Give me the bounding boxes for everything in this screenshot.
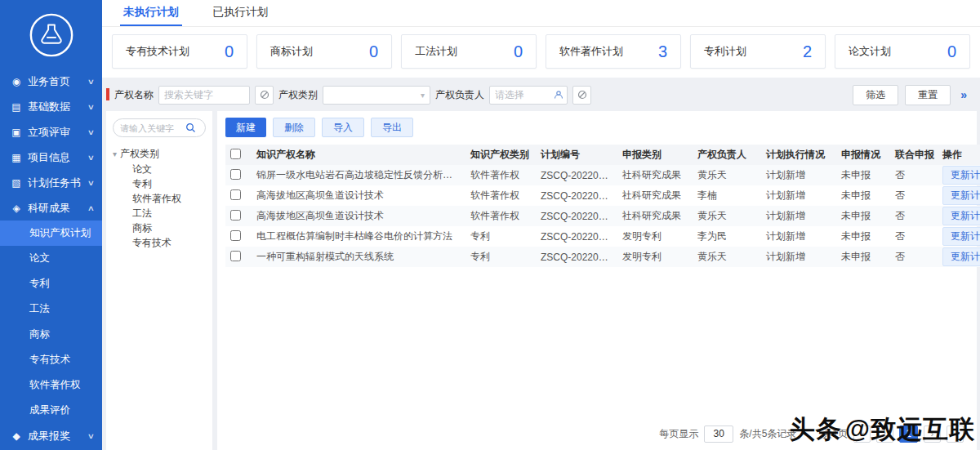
records-count-label: 条/共5条记录: [739, 427, 796, 441]
stat-label: 工法计划: [415, 44, 457, 59]
stat-card-software-copyright-plan[interactable]: 软件著作计划 3: [546, 34, 681, 69]
sidebar-item-project-review[interactable]: ▣ 立项评审 ∨: [0, 119, 102, 145]
table-header-row: 知识产权名称 知识产权类别 计划编号 申报类别 产权负责人 计划执行情况 申报情…: [225, 145, 980, 165]
select-all-checkbox[interactable]: [230, 149, 241, 159]
cell-exec-status: 计划新增: [761, 247, 836, 267]
sidebar-item-papers[interactable]: 论文: [0, 246, 102, 271]
stat-card-trademark-plan[interactable]: 商标计划 0: [256, 34, 392, 69]
tab-executed-plans[interactable]: 已执行计划: [210, 5, 272, 26]
column-header: 申报类别: [617, 145, 693, 165]
update-plan-button[interactable]: 更新计划: [942, 207, 980, 225]
sidebar-item-patents[interactable]: 专利: [0, 271, 102, 296]
cell-exec-status: 计划新增: [761, 226, 836, 247]
sidebar-item-software-copyright[interactable]: 软件著作权: [0, 372, 102, 398]
person-icon[interactable]: [554, 90, 564, 100]
update-plan-button[interactable]: 更新计划: [942, 186, 980, 205]
tree-item-proprietary-tech[interactable]: 专有技术: [113, 236, 206, 249]
cell-declare-type: 发明专利: [617, 226, 693, 247]
sidebar-item-construction-methods[interactable]: 工法: [0, 296, 102, 322]
cell-joint: 否: [890, 185, 938, 206]
stat-label: 专有技术计划: [126, 44, 189, 59]
cell-plan-no: ZSCQ-20220004: [536, 206, 617, 226]
ip-category-select[interactable]: ▾: [323, 86, 430, 105]
filter-button[interactable]: 筛选: [853, 85, 898, 105]
tree-expand-icon[interactable]: ▾: [113, 149, 117, 158]
sidebar-item-ip-plan[interactable]: 知识产权计划: [0, 221, 102, 246]
table-row: 一种可重构辐射模式的天线系统 专利 ZSCQ-20220009 发明专利 黄乐天…: [225, 247, 980, 267]
stat-card-paper-plan[interactable]: 论文计划 0: [835, 34, 970, 69]
main-nav: ◉ 业务首页 ∨ ▤ 基础数据 ∨ ▣ 立项评审 ∨ ▦ 项目信息 ∨ ▧ 计划: [0, 69, 102, 448]
research-submenu: 知识产权计划 论文 专利 工法 商标 专有技术 软件著作权 成果评价: [0, 221, 102, 423]
clear-name-icon-button[interactable]: [255, 86, 274, 105]
info-icon: ▦: [10, 152, 23, 163]
clear-owner-icon-button[interactable]: [572, 86, 591, 105]
sidebar-item-label: 科研成果: [28, 201, 70, 216]
row-checkbox[interactable]: [230, 251, 241, 261]
stat-card-proprietary-tech-plan[interactable]: 专有技术计划 0: [112, 34, 247, 69]
ip-name-input[interactable]: [158, 86, 250, 105]
export-button[interactable]: 导出: [371, 118, 413, 137]
sidebar-item-research-achievements[interactable]: ◈ 科研成果 ∧: [0, 195, 102, 221]
row-checkbox[interactable]: [230, 189, 241, 200]
table-row: 锦屏一级水电站岩石高边坡稳定性反馈分析与预警技术 软件著作权 ZSCQ-2022…: [225, 165, 980, 185]
sidebar-item-proprietary-tech[interactable]: 专有技术: [0, 347, 102, 372]
tree-item-software-copyright[interactable]: 软件著作权: [113, 192, 206, 205]
tree-item-trademarks[interactable]: 商标: [113, 221, 206, 234]
column-header: 计划编号: [536, 145, 617, 165]
tree-item-patents[interactable]: 专利: [113, 177, 206, 190]
tab-bar: 未执行计划 已执行计划: [102, 0, 980, 27]
sidebar-item-base-data[interactable]: ▤ 基础数据 ∨: [0, 94, 102, 119]
sidebar-item-plan-task[interactable]: ▧ 计划任务书 ∨: [0, 170, 102, 195]
cell-declare-type: 社科研究成果: [617, 185, 693, 206]
cell-category: 软件著作权: [466, 206, 536, 226]
database-icon: ▤: [10, 101, 23, 113]
sidebar-item-achievement-evaluation[interactable]: 成果评价: [0, 398, 102, 423]
cell-name: 高海拔地区高坝鱼道设计技术: [252, 206, 466, 226]
app-root: ◉ 业务首页 ∨ ▤ 基础数据 ∨ ▣ 立项评审 ∨ ▦ 项目信息 ∨ ▧ 计划: [0, 0, 980, 450]
update-plan-button[interactable]: 更新计划: [942, 227, 980, 246]
tab-unexecuted-plans[interactable]: 未执行计划: [120, 5, 182, 26]
row-checkbox[interactable]: [230, 230, 241, 241]
reset-button[interactable]: 重置: [905, 85, 951, 105]
sidebar-item-project-info[interactable]: ▦ 项目信息 ∨: [0, 145, 102, 170]
sidebar-item-label: 立项评审: [28, 125, 70, 140]
row-checkbox[interactable]: [230, 210, 241, 221]
table-row: 电工程概估算编制时丰枯峰谷电价的计算方法 专利 ZSCQ-20220008 发明…: [225, 226, 980, 247]
next-page-button[interactable]: ›: [924, 425, 941, 443]
cell-exec-status: 计划新增: [761, 206, 836, 226]
tree-item-construction-methods[interactable]: 工法: [113, 207, 206, 220]
sidebar-item-trademarks[interactable]: 商标: [0, 322, 102, 347]
new-button[interactable]: 新建: [225, 118, 266, 137]
tree-root-node[interactable]: ▾ 产权类别: [113, 147, 206, 161]
update-plan-button[interactable]: 更新计划: [942, 247, 980, 266]
sidebar-item-business-home[interactable]: ◉ 业务首页 ∨: [0, 69, 102, 94]
row-checkbox[interactable]: [230, 169, 241, 180]
delete-button[interactable]: 删除: [273, 118, 315, 137]
update-plan-button[interactable]: 更新计划: [942, 166, 980, 185]
cell-name: 电工程概估算编制时丰枯峰谷电价的计算方法: [252, 226, 466, 247]
cell-declare-type: 发明专利: [617, 247, 693, 267]
import-button[interactable]: 导入: [322, 118, 364, 137]
column-header: 操作: [938, 145, 980, 165]
stat-card-patent-plan[interactable]: 专利计划 2: [690, 34, 826, 69]
first-page-button[interactable]: «: [853, 425, 871, 443]
tree-item-papers[interactable]: 论文: [113, 163, 206, 176]
chevron-down-icon: ∨: [87, 432, 95, 440]
per-page-input[interactable]: [704, 425, 733, 443]
sidebar-item-achievement-awards[interactable]: ◆ 成果报奖 ∨: [0, 423, 102, 448]
cell-category: 软件著作权: [466, 185, 536, 206]
stat-card-construction-method-plan[interactable]: 工法计划 0: [401, 34, 537, 69]
expand-filters-icon[interactable]: »: [957, 88, 970, 101]
stat-label: 专利计划: [704, 44, 746, 59]
ip-plan-table: 知识产权名称 知识产权类别 计划编号 申报类别 产权负责人 计划执行情况 申报情…: [225, 145, 980, 267]
cell-name: 锦屏一级水电站岩石高边坡稳定性反馈分析与预警技术: [252, 165, 466, 185]
last-page-button[interactable]: »: [947, 425, 964, 443]
stat-label: 商标计划: [270, 44, 313, 59]
prev-page-button[interactable]: ‹: [876, 425, 893, 443]
clear-icon: [260, 90, 270, 100]
tree-search-box: [113, 118, 206, 137]
search-icon[interactable]: [185, 123, 196, 133]
current-page-button[interactable]: 1: [899, 425, 918, 443]
tree-search-input[interactable]: [120, 123, 185, 133]
column-header: 联合申报: [890, 145, 938, 165]
